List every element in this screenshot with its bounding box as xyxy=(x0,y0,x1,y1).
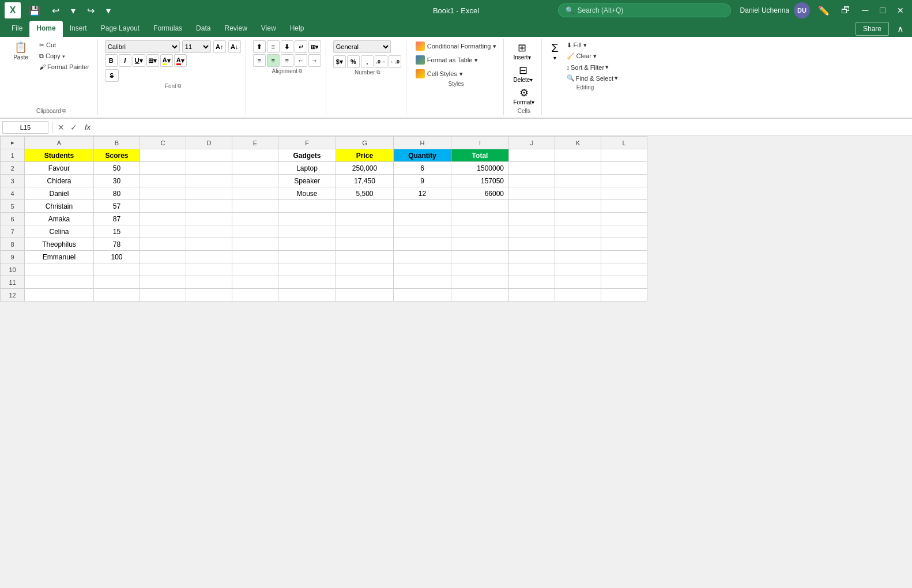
clipboard-expand-icon[interactable]: ⧉ xyxy=(62,108,66,114)
cell-L2[interactable] xyxy=(601,162,647,175)
sheet-table-wrapper[interactable]: ▸ A B C D E F G H I J K L xyxy=(0,136,912,588)
center-align-button[interactable]: ≡ xyxy=(267,54,280,67)
cell-D8[interactable] xyxy=(186,238,232,251)
cell-I7[interactable] xyxy=(451,225,509,238)
cell-J11[interactable] xyxy=(509,276,555,289)
cell-B4[interactable]: 80 xyxy=(94,187,140,200)
cell-A3[interactable]: Chidera xyxy=(25,175,94,187)
cell-D7[interactable] xyxy=(186,225,232,238)
cell-I5[interactable] xyxy=(451,200,509,213)
confirm-formula-button[interactable]: ✓ xyxy=(69,123,79,132)
col-header-I[interactable]: I xyxy=(451,137,509,149)
cell-C8[interactable] xyxy=(140,238,186,251)
strikethrough-button[interactable]: S xyxy=(105,69,119,82)
cell-H11[interactable] xyxy=(394,276,451,289)
cell-E6[interactable] xyxy=(232,213,278,225)
find-select-button[interactable]: 🔍 Find & Select ▾ xyxy=(563,73,621,83)
cut-button[interactable]: ✂ Cut xyxy=(36,40,93,50)
delete-cells-button[interactable]: ⊟ Delete ▾ xyxy=(511,63,535,84)
cell-E7[interactable] xyxy=(232,225,278,238)
close-button[interactable]: ✕ xyxy=(894,3,907,17)
cell-C9[interactable] xyxy=(140,251,186,263)
cell-A12[interactable] xyxy=(25,289,94,301)
cell-L8[interactable] xyxy=(601,238,647,251)
cell-G11[interactable] xyxy=(336,276,394,289)
cell-A8[interactable]: Theophilus xyxy=(25,238,94,251)
indent-decrease-button[interactable]: ← xyxy=(295,54,307,67)
decimal-dec-button[interactable]: ←.0 xyxy=(389,55,401,68)
cell-J6[interactable] xyxy=(509,213,555,225)
cell-J3[interactable] xyxy=(509,175,555,187)
cell-C2[interactable] xyxy=(140,162,186,175)
cell-K1[interactable] xyxy=(555,149,601,162)
cell-K6[interactable] xyxy=(555,213,601,225)
cell-J8[interactable] xyxy=(509,238,555,251)
cell-E8[interactable] xyxy=(232,238,278,251)
cell-D12[interactable] xyxy=(186,289,232,301)
undo-button[interactable]: ↩ xyxy=(48,3,63,18)
search-box[interactable]: 🔍 xyxy=(558,3,731,17)
right-align-button[interactable]: ≡ xyxy=(281,54,293,67)
cancel-formula-button[interactable]: ✕ xyxy=(56,123,66,132)
row-header-9[interactable]: 9 xyxy=(1,251,25,263)
cell-B8[interactable]: 78 xyxy=(94,238,140,251)
row-header-1[interactable]: 1 xyxy=(1,149,25,162)
row-header-12[interactable]: 12 xyxy=(1,289,25,301)
name-box[interactable]: L15 xyxy=(2,121,48,134)
cell-E11[interactable] xyxy=(232,276,278,289)
font-expand-icon[interactable]: ⧉ xyxy=(178,83,181,89)
cell-H12[interactable] xyxy=(394,289,451,301)
percent-button[interactable]: % xyxy=(347,55,360,68)
col-header-D[interactable]: D xyxy=(186,137,232,149)
cell-G7[interactable] xyxy=(336,225,394,238)
formula-input[interactable] xyxy=(96,123,910,131)
cell-E2[interactable] xyxy=(232,162,278,175)
cell-F12[interactable] xyxy=(278,289,336,301)
cell-B12[interactable] xyxy=(94,289,140,301)
cell-K10[interactable] xyxy=(555,263,601,276)
share-button[interactable]: Share xyxy=(856,22,889,36)
clear-button[interactable]: 🧹 Clear ▾ xyxy=(563,51,621,61)
cell-C7[interactable] xyxy=(140,225,186,238)
cell-D10[interactable] xyxy=(186,263,232,276)
cell-C10[interactable] xyxy=(140,263,186,276)
cell-F11[interactable] xyxy=(278,276,336,289)
restore-button[interactable]: 🗗 xyxy=(838,3,854,18)
cell-F5[interactable] xyxy=(278,200,336,213)
col-header-G[interactable]: G xyxy=(336,137,394,149)
cell-H3[interactable]: 9 xyxy=(394,175,451,187)
cell-F6[interactable] xyxy=(278,213,336,225)
cell-L6[interactable] xyxy=(601,213,647,225)
row-header-7[interactable]: 7 xyxy=(1,225,25,238)
font-color-button[interactable]: A▾ xyxy=(174,54,187,67)
cell-D3[interactable] xyxy=(186,175,232,187)
cell-K7[interactable] xyxy=(555,225,601,238)
cell-H10[interactable] xyxy=(394,263,451,276)
format-painter-button[interactable]: 🖌 Format Painter xyxy=(36,62,93,71)
cell-J2[interactable] xyxy=(509,162,555,175)
cell-K11[interactable] xyxy=(555,276,601,289)
cell-K3[interactable] xyxy=(555,175,601,187)
cell-A4[interactable]: Daniel xyxy=(25,187,94,200)
cell-G12[interactable] xyxy=(336,289,394,301)
tab-home[interactable]: Home xyxy=(29,21,62,37)
cell-E9[interactable] xyxy=(232,251,278,263)
tab-view[interactable]: View xyxy=(254,21,283,37)
cell-B5[interactable]: 57 xyxy=(94,200,140,213)
row-header-10[interactable]: 10 xyxy=(1,263,25,276)
indent-increase-button[interactable]: → xyxy=(308,54,321,67)
insert-cells-button[interactable]: ⊞ Insert ▾ xyxy=(511,40,533,62)
cell-H9[interactable] xyxy=(394,251,451,263)
cell-A2[interactable]: Favour xyxy=(25,162,94,175)
col-header-L[interactable]: L xyxy=(601,137,647,149)
cell-D4[interactable] xyxy=(186,187,232,200)
cell-F4[interactable]: Mouse xyxy=(278,187,336,200)
cell-E10[interactable] xyxy=(232,263,278,276)
cell-E4[interactable] xyxy=(232,187,278,200)
fill-color-button[interactable]: A▾ xyxy=(160,54,173,67)
cell-L7[interactable] xyxy=(601,225,647,238)
row-header-6[interactable]: 6 xyxy=(1,213,25,225)
bold-button[interactable]: B xyxy=(105,54,118,67)
cell-I11[interactable] xyxy=(451,276,509,289)
cell-F10[interactable] xyxy=(278,263,336,276)
